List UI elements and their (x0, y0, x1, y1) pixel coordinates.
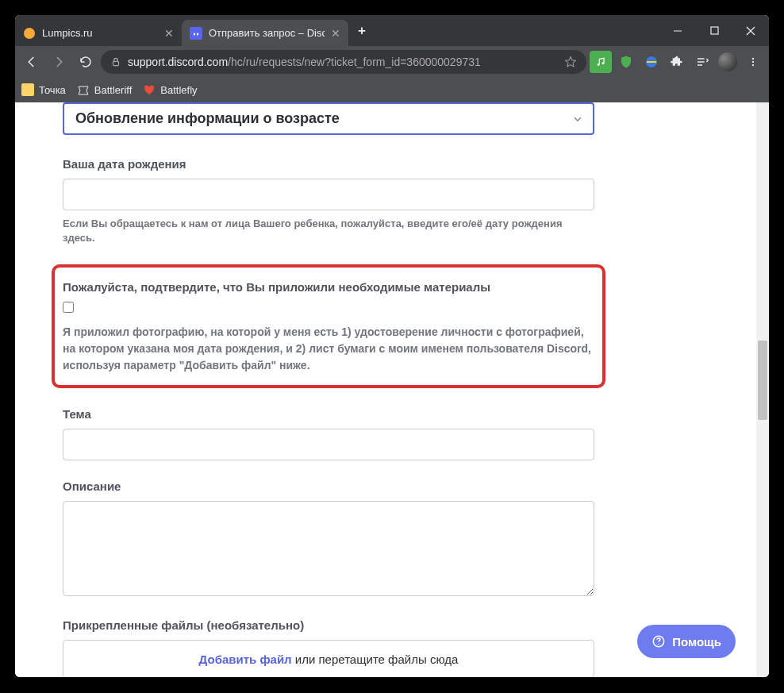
page-scroll-area[interactable]: Обновление информации о возрасте Ваша да… (15, 102, 756, 677)
subject-section: Тема (63, 407, 594, 460)
svg-rect-16 (21, 83, 34, 96)
page-content: Обновление информации о возрасте Ваша да… (15, 102, 769, 677)
minimize-button[interactable] (659, 15, 696, 46)
subject-input[interactable] (63, 429, 594, 460)
window-controls (659, 15, 769, 46)
bookmark-tochka[interactable]: Точка (21, 83, 66, 96)
add-file-link[interactable]: Добавить файл (199, 653, 292, 666)
bookmark-icon (143, 83, 156, 96)
browser-window: Lumpics.ru ✕ Отправить запрос – Discord … (15, 15, 769, 677)
maximize-button[interactable] (696, 15, 732, 46)
help-button-label: Помощь (672, 635, 721, 649)
svg-point-0 (24, 28, 35, 39)
discord-favicon (190, 27, 202, 40)
scrollbar-track[interactable] (756, 102, 769, 677)
star-icon[interactable] (564, 56, 577, 68)
forward-button[interactable] (47, 50, 71, 74)
bookmark-label: Battleriff (94, 84, 132, 96)
dob-label: Ваша дата рождения (63, 157, 594, 171)
back-button[interactable] (20, 50, 44, 74)
lumpics-favicon (23, 27, 36, 40)
dropdown-value: Обновление информации о возрасте (75, 110, 340, 127)
reading-list-button[interactable] (691, 51, 713, 73)
scrollbar-thumb[interactable] (758, 341, 767, 420)
svg-point-14 (752, 60, 754, 62)
address-bar[interactable]: support.discord.com/hc/ru/requests/new?t… (101, 50, 586, 74)
svg-point-3 (197, 33, 198, 35)
description-section: Описание (63, 479, 594, 599)
svg-point-15 (752, 64, 754, 65)
dropzone-suffix: или перетащите файлы сюда (292, 653, 459, 666)
svg-point-2 (194, 33, 195, 35)
svg-point-18 (659, 644, 660, 645)
profile-avatar[interactable] (717, 51, 739, 73)
bookmarks-bar: Точка Battleriff Battlefly (15, 77, 769, 102)
close-icon[interactable]: ✕ (164, 27, 174, 40)
subject-label: Тема (63, 407, 594, 421)
request-type-dropdown[interactable]: Обновление информации о возрасте (63, 102, 594, 135)
description-label: Описание (63, 479, 594, 493)
bookmark-label: Battlefly (160, 84, 197, 96)
tab-title: Lumpics.ru (42, 27, 158, 39)
svg-rect-8 (113, 61, 119, 65)
reload-button[interactable] (74, 50, 98, 74)
svg-rect-12 (647, 61, 656, 63)
extensions-button[interactable] (666, 51, 688, 73)
extension-shield[interactable] (615, 51, 637, 73)
menu-button[interactable] (742, 51, 764, 73)
tab-lumpics[interactable]: Lumpics.ru ✕ (15, 20, 182, 46)
confirm-description: Я приложил фотографию, на которой у меня… (63, 324, 594, 374)
attachments-label: Прикрепленные файлы (необязательно) (63, 618, 594, 632)
bookmark-label: Точка (39, 84, 66, 96)
dob-input[interactable] (63, 179, 594, 210)
close-window-button[interactable] (732, 15, 769, 46)
description-textarea[interactable] (63, 501, 594, 596)
svg-rect-1 (190, 27, 202, 40)
bookmark-icon (77, 83, 90, 96)
dob-section: Ваша дата рождения Если Вы обращаетесь к… (63, 157, 594, 245)
svg-point-9 (598, 64, 600, 66)
confirm-checkbox[interactable] (63, 302, 74, 313)
tab-title: Отправить запрос – Discord (209, 27, 325, 39)
titlebar: Lumpics.ru ✕ Отправить запрос – Discord … (15, 15, 769, 46)
bookmark-icon (21, 83, 34, 96)
confirm-materials-section: Пожалуйста, подтвердите, что Вы приложил… (52, 264, 605, 388)
new-tab-button[interactable]: + (348, 23, 375, 39)
extension-flag[interactable] (640, 51, 663, 73)
attachments-dropzone[interactable]: Добавить файл или перетащите файлы сюда (63, 640, 594, 677)
svg-point-13 (752, 57, 754, 59)
form-container: Обновление информации о возрасте Ваша да… (63, 102, 594, 677)
attachments-section: Прикрепленные файлы (необязательно) Доба… (63, 618, 594, 677)
help-button[interactable]: Помощь (637, 625, 736, 658)
svg-rect-5 (711, 27, 718, 34)
browser-toolbar: support.discord.com/hc/ru/requests/new?t… (15, 46, 769, 77)
help-icon (651, 634, 666, 649)
confirm-label: Пожалуйста, подтвердите, что Вы приложил… (63, 280, 594, 294)
url-text: support.discord.com/hc/ru/requests/new?t… (128, 56, 481, 68)
bookmark-battlefly[interactable]: Battlefly (143, 83, 197, 96)
tab-discord-support[interactable]: Отправить запрос – Discord ✕ (182, 20, 348, 46)
lock-icon (110, 56, 121, 67)
extension-music[interactable] (590, 51, 612, 73)
chevron-down-icon (574, 117, 582, 121)
dob-hint: Если Вы обращаетесь к нам от лица Вашего… (63, 217, 594, 245)
svg-point-10 (601, 62, 604, 64)
bookmark-battleriff[interactable]: Battleriff (77, 83, 132, 96)
close-icon[interactable]: ✕ (331, 27, 340, 40)
